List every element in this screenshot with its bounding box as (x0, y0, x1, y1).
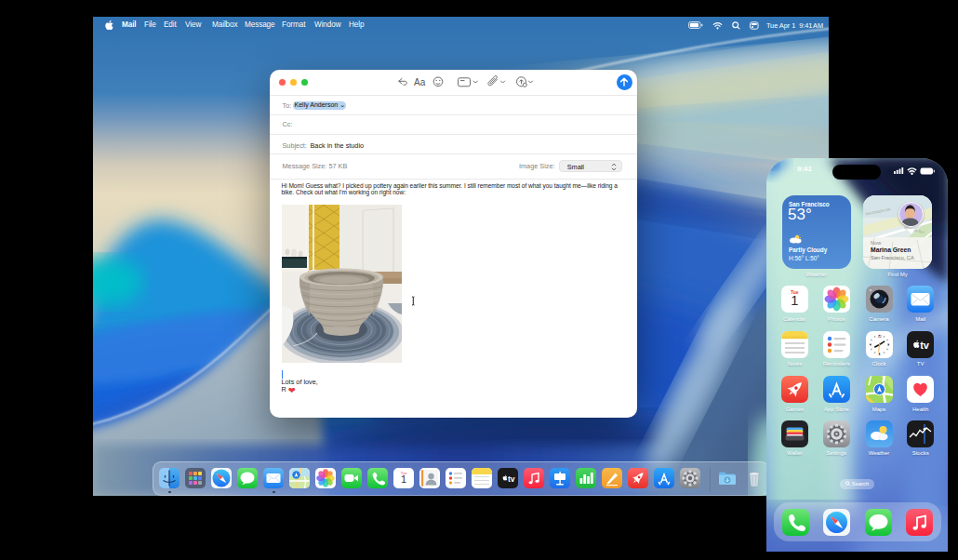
svg-text:12: 12 (877, 334, 881, 338)
svg-text:Aa: Aa (414, 77, 426, 87)
svg-text:9: 9 (870, 343, 872, 347)
svg-text:6: 6 (878, 352, 880, 355)
svg-text:3: 3 (887, 343, 889, 347)
svg-text:tv: tv (508, 474, 515, 484)
svg-text:tv: tv (920, 340, 930, 351)
